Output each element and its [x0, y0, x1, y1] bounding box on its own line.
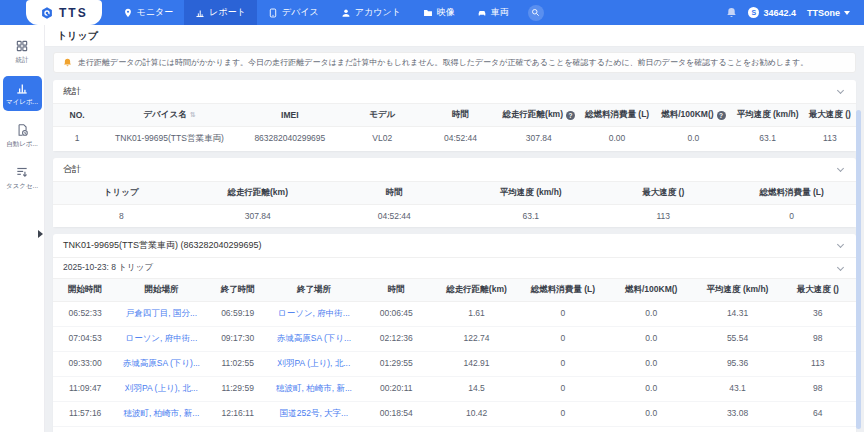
table-row: 07:04:53ローソン, 府中街...09:17:30赤城高原SA (下り..…	[53, 327, 856, 352]
search-button[interactable]	[528, 5, 544, 21]
page-title: トリップ	[57, 29, 98, 43]
total-section: 合計 トリップ総走行距離(km)時間平均速度 (km/h)最大速度 ()総燃料消…	[53, 158, 856, 227]
table-header-row: 開始時間開始場所終了時間終了場所時間総走行距離(km)総燃料消費量 (L)燃料/…	[53, 279, 856, 302]
column-header-label: 平均速度 (km/h)	[707, 284, 769, 296]
balance-badge[interactable]: S 34642.4	[748, 7, 796, 18]
table-cell: 44.76	[695, 427, 779, 432]
column-header: 燃料/100KM()	[607, 279, 695, 301]
table-cell: 863282040299695	[238, 127, 342, 151]
nav-label: デバイス	[282, 6, 319, 19]
column-header-label: 開始場所	[144, 284, 178, 296]
column-header: 燃料/100KM()?	[655, 104, 731, 126]
column-header-label: デバイス名	[143, 109, 186, 121]
sidebar-item-auto-reports[interactable]: 自動レポ...	[3, 118, 42, 153]
table-cell: 11:29:59	[206, 377, 270, 401]
table-cell: 00:06:45	[358, 302, 434, 326]
table-cell: 10.42	[434, 402, 518, 426]
column-header: 最大速度 ()	[804, 104, 856, 126]
column-header-label: 時間	[386, 187, 403, 199]
location-link[interactable]: 戸倉四丁目, 国分...	[117, 302, 205, 326]
table-cell: 0	[727, 205, 855, 227]
column-header-label: 総走行距離(km)	[446, 284, 506, 296]
sidebar-item-stats[interactable]: 統計	[3, 34, 42, 69]
location-link[interactable]: 穂波町, 柏崎市, 新...	[270, 377, 358, 401]
table-cell: 0	[519, 352, 607, 376]
logo-text: TTS	[59, 6, 88, 20]
table-cell: 95.36	[695, 352, 779, 376]
user-menu[interactable]: TTSone	[807, 8, 850, 18]
vertical-scrollbar[interactable]	[856, 110, 861, 429]
column-header-label: 総燃料消費量 (L)	[585, 109, 649, 121]
search-icon	[531, 8, 540, 17]
table-row: 11:09:47刈羽PA (上り), 北...11:29:59穂波町, 柏崎市,…	[53, 377, 856, 402]
table-cell: 63.1	[731, 127, 803, 151]
trips-section-header[interactable]: TNK01-99695(TTS営業車両) (863282040299695)	[53, 234, 856, 258]
sidebar-collapse-handle[interactable]	[38, 230, 43, 238]
nav-label: モニター	[137, 6, 174, 19]
help-icon[interactable]: ?	[566, 111, 575, 120]
balance-value: 34642.4	[763, 8, 796, 18]
table-cell: TNK01-99695(TTS営業車両)	[101, 127, 238, 151]
total-section-header[interactable]: 合計	[53, 158, 856, 182]
sidebar-item-my-reports[interactable]: マイレポ...	[3, 76, 42, 111]
table-cell: 1	[53, 127, 101, 151]
nav-item-vehicle[interactable]: 車両	[466, 0, 520, 25]
table-cell: 307.84	[499, 127, 579, 151]
location-link[interactable]: 刈羽PA (上り), 北...	[270, 352, 358, 376]
location-link[interactable]: 穂波町, 柏崎市, 新...	[117, 402, 205, 426]
nav-label: 映像	[437, 6, 455, 19]
car-icon	[477, 8, 487, 18]
grid-icon	[15, 39, 29, 53]
stats-table: NO.デバイス名⇅IMEIモデル時間総走行距離(km)?総燃料消費量 (L)燃料…	[53, 104, 856, 151]
table-cell: 0.0	[655, 127, 731, 151]
sidebar-item-task-settings[interactable]: タスクセ...	[3, 160, 42, 195]
help-icon[interactable]: ?	[717, 111, 726, 120]
column-header-label: 終了時間	[221, 284, 255, 296]
page-title-bar: トリップ	[45, 25, 864, 47]
column-header: 平均速度 (km/h)	[695, 279, 779, 301]
sort-icon[interactable]: ⇅	[190, 111, 196, 119]
table-cell: 63.1	[463, 205, 600, 227]
location-link[interactable]: 刈羽PA (上り), 北...	[117, 377, 205, 401]
column-header-label: 最大速度 ()	[642, 187, 684, 199]
column-header: 開始時間	[53, 279, 117, 301]
location-link[interactable]: 赤城高原SA (下り)...	[117, 352, 205, 376]
notification-button[interactable]	[726, 4, 737, 22]
column-header-label: NO.	[70, 110, 85, 120]
location-link[interactable]: 国道252号, 大字与...	[117, 427, 205, 432]
column-header-label: 平均速度 (km/h)	[500, 187, 562, 199]
nav-item-monitor[interactable]: モニター	[112, 0, 185, 25]
total-table: トリップ総走行距離(km)時間平均速度 (km/h)最大速度 ()総燃料消費量 …	[53, 182, 856, 227]
location-link[interactable]: 国道252号, 大字...	[270, 402, 358, 426]
table-cell: 14.5	[434, 377, 518, 401]
column-header-label: 総燃料消費量 (L)	[531, 284, 595, 296]
location-link[interactable]: 国道353号, 大字...	[270, 427, 358, 432]
nav-item-device[interactable]: デバイス	[257, 0, 330, 25]
table-row: 06:52:33戸倉四丁目, 国分...06:59:19ローソン, 府中街...…	[53, 302, 856, 327]
location-link[interactable]: 赤城高原SA (下り...	[270, 327, 358, 351]
column-header: 時間	[326, 182, 463, 204]
table-cell: 307.84	[190, 205, 327, 227]
table-cell: 12:16:11	[206, 402, 270, 426]
column-header[interactable]: デバイス名⇅	[101, 104, 238, 126]
stats-section-header[interactable]: 統計	[53, 80, 856, 104]
list-arrow-icon	[15, 165, 29, 179]
column-header: 時間	[358, 279, 434, 301]
column-header-label: 平均速度 (km/h)	[737, 109, 799, 121]
trips-date-subheader[interactable]: 2025-10-23: 8 トリップ	[53, 258, 856, 279]
table-cell: 04:52:44	[422, 127, 498, 151]
logo[interactable]: TTS	[26, 0, 102, 25]
nav-item-video[interactable]: 映像	[412, 0, 466, 25]
location-link[interactable]: ローソン, 府中街...	[117, 327, 205, 351]
logo-icon	[40, 6, 54, 20]
table-cell: 0.0	[607, 327, 695, 351]
table-cell: 01:29:55	[358, 352, 434, 376]
chevron-down-icon	[837, 263, 844, 270]
table-cell: 0.0	[607, 352, 695, 376]
nav-item-account[interactable]: アカウント	[330, 0, 412, 25]
table-cell: 0	[519, 402, 607, 426]
nav-item-report[interactable]: レポート	[184, 0, 257, 25]
column-header-label: 最大速度 ()	[797, 284, 839, 296]
table-cell: 55.54	[695, 327, 779, 351]
location-link[interactable]: ローソン, 府中街...	[270, 302, 358, 326]
